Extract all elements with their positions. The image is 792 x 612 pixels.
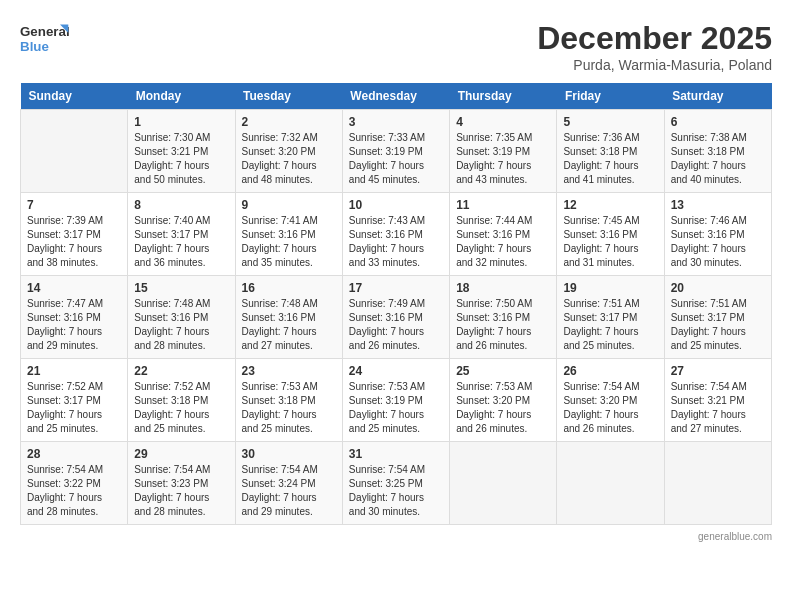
calendar-cell: 23Sunrise: 7:53 AMSunset: 3:18 PMDayligh… [235,359,342,442]
day-info: Sunrise: 7:51 AMSunset: 3:17 PMDaylight:… [671,297,765,353]
calendar-cell: 8Sunrise: 7:40 AMSunset: 3:17 PMDaylight… [128,193,235,276]
calendar-week-row: 28Sunrise: 7:54 AMSunset: 3:22 PMDayligh… [21,442,772,525]
day-number: 2 [242,115,336,129]
day-number: 20 [671,281,765,295]
calendar-cell: 30Sunrise: 7:54 AMSunset: 3:24 PMDayligh… [235,442,342,525]
day-number: 15 [134,281,228,295]
day-info: Sunrise: 7:48 AMSunset: 3:16 PMDaylight:… [134,297,228,353]
calendar-cell: 13Sunrise: 7:46 AMSunset: 3:16 PMDayligh… [664,193,771,276]
calendar-cell [557,442,664,525]
day-info: Sunrise: 7:38 AMSunset: 3:18 PMDaylight:… [671,131,765,187]
calendar-cell: 9Sunrise: 7:41 AMSunset: 3:16 PMDaylight… [235,193,342,276]
calendar-cell: 17Sunrise: 7:49 AMSunset: 3:16 PMDayligh… [342,276,449,359]
calendar-cell: 4Sunrise: 7:35 AMSunset: 3:19 PMDaylight… [450,110,557,193]
day-number: 10 [349,198,443,212]
day-info: Sunrise: 7:54 AMSunset: 3:21 PMDaylight:… [671,380,765,436]
calendar-cell: 12Sunrise: 7:45 AMSunset: 3:16 PMDayligh… [557,193,664,276]
day-number: 7 [27,198,121,212]
calendar-cell: 2Sunrise: 7:32 AMSunset: 3:20 PMDaylight… [235,110,342,193]
day-number: 18 [456,281,550,295]
day-info: Sunrise: 7:53 AMSunset: 3:19 PMDaylight:… [349,380,443,436]
day-info: Sunrise: 7:35 AMSunset: 3:19 PMDaylight:… [456,131,550,187]
location-subtitle: Purda, Warmia-Masuria, Poland [537,57,772,73]
day-info: Sunrise: 7:48 AMSunset: 3:16 PMDaylight:… [242,297,336,353]
day-number: 27 [671,364,765,378]
calendar-cell [450,442,557,525]
day-number: 26 [563,364,657,378]
weekday-header-cell: Sunday [21,83,128,110]
day-info: Sunrise: 7:41 AMSunset: 3:16 PMDaylight:… [242,214,336,270]
calendar-cell: 31Sunrise: 7:54 AMSunset: 3:25 PMDayligh… [342,442,449,525]
weekday-header-cell: Wednesday [342,83,449,110]
calendar-cell: 25Sunrise: 7:53 AMSunset: 3:20 PMDayligh… [450,359,557,442]
day-number: 31 [349,447,443,461]
day-info: Sunrise: 7:44 AMSunset: 3:16 PMDaylight:… [456,214,550,270]
weekday-header-cell: Thursday [450,83,557,110]
day-info: Sunrise: 7:45 AMSunset: 3:16 PMDaylight:… [563,214,657,270]
day-number: 9 [242,198,336,212]
calendar-cell: 1Sunrise: 7:30 AMSunset: 3:21 PMDaylight… [128,110,235,193]
month-title: December 2025 [537,20,772,57]
day-info: Sunrise: 7:49 AMSunset: 3:16 PMDaylight:… [349,297,443,353]
day-info: Sunrise: 7:40 AMSunset: 3:17 PMDaylight:… [134,214,228,270]
day-number: 8 [134,198,228,212]
day-info: Sunrise: 7:33 AMSunset: 3:19 PMDaylight:… [349,131,443,187]
page-header: General Blue December 2025 Purda, Warmia… [20,20,772,73]
calendar-header-row: SundayMondayTuesdayWednesdayThursdayFrid… [21,83,772,110]
weekday-header-cell: Tuesday [235,83,342,110]
calendar-cell: 10Sunrise: 7:43 AMSunset: 3:16 PMDayligh… [342,193,449,276]
calendar-cell: 27Sunrise: 7:54 AMSunset: 3:21 PMDayligh… [664,359,771,442]
day-info: Sunrise: 7:54 AMSunset: 3:25 PMDaylight:… [349,463,443,519]
calendar-cell [21,110,128,193]
calendar-cell: 18Sunrise: 7:50 AMSunset: 3:16 PMDayligh… [450,276,557,359]
logo-svg: General Blue [20,20,70,60]
day-info: Sunrise: 7:30 AMSunset: 3:21 PMDaylight:… [134,131,228,187]
day-number: 12 [563,198,657,212]
day-info: Sunrise: 7:50 AMSunset: 3:16 PMDaylight:… [456,297,550,353]
calendar-cell: 22Sunrise: 7:52 AMSunset: 3:18 PMDayligh… [128,359,235,442]
day-info: Sunrise: 7:54 AMSunset: 3:20 PMDaylight:… [563,380,657,436]
calendar-cell: 21Sunrise: 7:52 AMSunset: 3:17 PMDayligh… [21,359,128,442]
logo: General Blue [20,20,70,60]
day-info: Sunrise: 7:47 AMSunset: 3:16 PMDaylight:… [27,297,121,353]
calendar-body: 1Sunrise: 7:30 AMSunset: 3:21 PMDaylight… [21,110,772,525]
day-number: 5 [563,115,657,129]
calendar-cell: 24Sunrise: 7:53 AMSunset: 3:19 PMDayligh… [342,359,449,442]
day-number: 4 [456,115,550,129]
calendar-cell: 11Sunrise: 7:44 AMSunset: 3:16 PMDayligh… [450,193,557,276]
day-info: Sunrise: 7:54 AMSunset: 3:22 PMDaylight:… [27,463,121,519]
day-info: Sunrise: 7:32 AMSunset: 3:20 PMDaylight:… [242,131,336,187]
svg-text:Blue: Blue [20,39,49,54]
weekday-header-cell: Friday [557,83,664,110]
calendar-cell: 19Sunrise: 7:51 AMSunset: 3:17 PMDayligh… [557,276,664,359]
calendar-cell: 29Sunrise: 7:54 AMSunset: 3:23 PMDayligh… [128,442,235,525]
day-number: 30 [242,447,336,461]
calendar-cell: 7Sunrise: 7:39 AMSunset: 3:17 PMDaylight… [21,193,128,276]
title-block: December 2025 Purda, Warmia-Masuria, Pol… [537,20,772,73]
day-number: 25 [456,364,550,378]
weekday-header-cell: Monday [128,83,235,110]
calendar-table: SundayMondayTuesdayWednesdayThursdayFrid… [20,83,772,525]
day-info: Sunrise: 7:43 AMSunset: 3:16 PMDaylight:… [349,214,443,270]
day-info: Sunrise: 7:52 AMSunset: 3:18 PMDaylight:… [134,380,228,436]
day-number: 29 [134,447,228,461]
day-info: Sunrise: 7:36 AMSunset: 3:18 PMDaylight:… [563,131,657,187]
day-number: 19 [563,281,657,295]
calendar-cell: 15Sunrise: 7:48 AMSunset: 3:16 PMDayligh… [128,276,235,359]
day-number: 22 [134,364,228,378]
day-info: Sunrise: 7:39 AMSunset: 3:17 PMDaylight:… [27,214,121,270]
calendar-cell: 26Sunrise: 7:54 AMSunset: 3:20 PMDayligh… [557,359,664,442]
calendar-cell: 3Sunrise: 7:33 AMSunset: 3:19 PMDaylight… [342,110,449,193]
calendar-cell: 20Sunrise: 7:51 AMSunset: 3:17 PMDayligh… [664,276,771,359]
day-info: Sunrise: 7:51 AMSunset: 3:17 PMDaylight:… [563,297,657,353]
footer-text: generalblue.com [698,531,772,542]
calendar-week-row: 14Sunrise: 7:47 AMSunset: 3:16 PMDayligh… [21,276,772,359]
day-number: 16 [242,281,336,295]
day-info: Sunrise: 7:53 AMSunset: 3:18 PMDaylight:… [242,380,336,436]
calendar-cell: 5Sunrise: 7:36 AMSunset: 3:18 PMDaylight… [557,110,664,193]
day-number: 23 [242,364,336,378]
day-number: 1 [134,115,228,129]
calendar-cell: 16Sunrise: 7:48 AMSunset: 3:16 PMDayligh… [235,276,342,359]
day-number: 24 [349,364,443,378]
calendar-cell [664,442,771,525]
